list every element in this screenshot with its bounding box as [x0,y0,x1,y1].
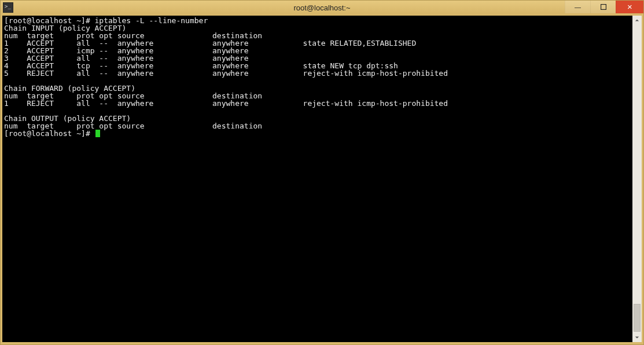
table-row: 5 REJECT all -- anywhere anywhere reject… [4,69,448,78]
window-controls: — × [565,1,643,13]
table-row: 1 REJECT all -- anywhere anywhere reject… [4,99,448,108]
vertical-scrollbar[interactable] [632,16,642,342]
scroll-up-button[interactable] [632,16,642,25]
prompt: [root@localhost ~]# [4,130,95,137]
window-title: root@localhost:~ [1,3,643,12]
minimize-button[interactable]: — [565,1,590,13]
terminal-area: [root@localhost ~]# iptables -L --line-n… [2,16,642,342]
minimize-icon: — [575,3,581,10]
scroll-down-button[interactable] [632,333,642,342]
svg-rect-0 [601,5,606,10]
scroll-thumb[interactable] [634,304,641,332]
titlebar[interactable]: root@localhost:~ — × [1,1,643,14]
maximize-button[interactable] [590,1,616,13]
terminal-window: root@localhost:~ — × [root@localhost ~]#… [0,0,644,345]
cursor [95,130,100,137]
close-button[interactable]: × [616,1,643,13]
maximize-icon [601,4,606,10]
chevron-down-icon [635,335,639,340]
terminal-output[interactable]: [root@localhost ~]# iptables -L --line-n… [2,16,632,342]
chevron-up-icon [635,18,639,23]
close-icon: × [627,4,632,10]
terminal-app-icon [3,2,13,13]
